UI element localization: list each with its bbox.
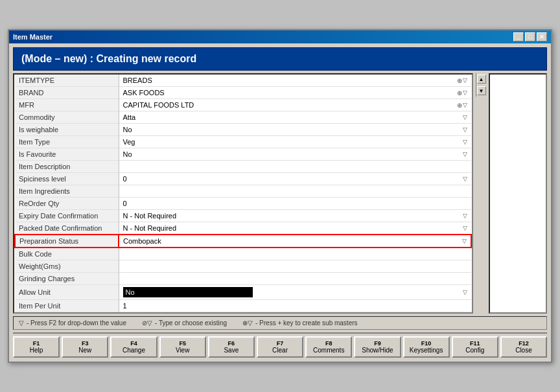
dropdown-arrow[interactable]: ▽ <box>463 225 467 231</box>
field-label: Allow Unit <box>15 285 119 300</box>
table-row: Bulk Code <box>15 248 471 260</box>
legend-item-2: ⊘▽ - Type or choose existing <box>142 319 227 327</box>
fn-key-f8[interactable]: F8Comments <box>305 336 352 358</box>
fn-key-f7[interactable]: F7Clear <box>257 336 303 358</box>
window-title: Item Master <box>13 33 513 41</box>
fn-key-f3[interactable]: F3New <box>62 336 108 358</box>
field-text: 1 <box>123 302 127 310</box>
fn-key-f6[interactable]: F6Save <box>208 336 255 358</box>
legend-symbol-2: ⊘▽ <box>142 319 152 327</box>
fn-key-f9[interactable]: F9Show/Hide <box>354 336 401 358</box>
field-label: BRAND <box>15 87 119 99</box>
field-value[interactable]: BREADS⊕▽ <box>119 75 471 87</box>
form-table: ITEMTYPEBREADS⊕▽BRANDASK FOODS⊕▽MFRCAPIT… <box>14 75 472 312</box>
legend-bar: ▽ - Press F2 for drop-down the value ⊘▽ … <box>13 316 547 330</box>
field-label: Commodity <box>15 111 119 124</box>
table-row: MFRCAPITAL FOODS LTD⊕▽ <box>15 99 471 111</box>
field-value[interactable]: No▽ <box>119 124 471 136</box>
field-value[interactable]: 0▽ <box>119 173 471 185</box>
legend-desc-2: - Type or choose existing <box>155 319 227 327</box>
field-text: BREADS <box>123 76 152 84</box>
dropdown-arrow[interactable]: ▽ <box>463 126 467 133</box>
allow-unit-display: No <box>123 287 253 297</box>
field-text: ASK FOODS <box>123 89 165 97</box>
dropdown-arrow[interactable]: ▽ <box>463 176 467 182</box>
field-value[interactable]: CAPITAL FOODS LTD⊕▽ <box>119 99 471 111</box>
field-value[interactable]: N - Not Required▽ <box>119 210 471 222</box>
field-label: Item Description <box>15 161 119 173</box>
form-container[interactable]: ITEMTYPEBREADS⊕▽BRANDASK FOODS⊕▽MFRCAPIT… <box>13 73 473 314</box>
field-label: Preparation Status <box>15 235 119 248</box>
maximize-button[interactable]: □ <box>525 32 535 41</box>
field-label: Expiry Date Confirmation <box>15 210 119 222</box>
field-text: Combopack <box>123 237 161 245</box>
field-label: Grinding Charges <box>15 273 119 285</box>
minimize-button[interactable]: _ <box>513 32 524 41</box>
scroll-down-button[interactable]: ▼ <box>477 86 486 95</box>
table-row: Is FavouriteNo▽ <box>15 148 471 161</box>
dropdown-arrow[interactable]: ▽ <box>463 151 467 157</box>
field-value[interactable] <box>119 260 471 273</box>
table-row: ITEMTYPEBREADS⊕▽ <box>15 75 471 87</box>
image-panel <box>489 73 547 314</box>
close-button[interactable]: ✕ <box>537 32 547 41</box>
fn-key-f5[interactable]: F5View <box>159 336 206 358</box>
fn-key-f10[interactable]: F10Keysettings <box>403 336 450 358</box>
field-label: Weight(Gms) <box>15 260 119 273</box>
scroll-up-button[interactable]: ▲ <box>477 75 486 84</box>
field-value[interactable] <box>119 248 471 260</box>
field-label: Item Ingredients <box>15 185 119 198</box>
window-controls: _ □ ✕ <box>513 32 547 41</box>
main-area: ITEMTYPEBREADS⊕▽BRANDASK FOODS⊕▽MFRCAPIT… <box>13 73 547 314</box>
fn-key-f1[interactable]: F1Help <box>13 336 60 358</box>
table-row: Allow UnitNo▽ <box>15 285 471 300</box>
fn-key-f11[interactable]: F11Config <box>452 336 498 358</box>
field-label: Spiciness level <box>15 173 119 185</box>
field-value[interactable]: 1 <box>119 300 471 312</box>
field-value[interactable]: Veg▽ <box>119 136 471 148</box>
field-value[interactable]: ASK FOODS⊕▽ <box>119 87 471 99</box>
dropdown-arrow[interactable]: ▽ <box>463 213 467 219</box>
legend-item-3: ⊕▽ - Press + key to create sub masters <box>242 319 358 327</box>
table-row: Item Ingredients <box>15 185 471 198</box>
scrollbar[interactable]: ▲ ▼ <box>476 73 486 97</box>
field-label: ReOrder Qty <box>15 198 119 210</box>
field-value[interactable]: No▽ <box>119 148 471 161</box>
dropdown-arrow[interactable]: ▽ <box>463 114 467 121</box>
table-row: Weight(Gms) <box>15 260 471 273</box>
table-row: Grinding Charges <box>15 273 471 285</box>
table-row: Item Per Unit1 <box>15 300 471 312</box>
table-row: CommodityAtta▽ <box>15 111 471 124</box>
legend-desc-1: - Press F2 for drop-down the value <box>27 319 126 327</box>
field-label: MFR <box>15 99 119 111</box>
field-label: ITEMTYPE <box>15 75 119 87</box>
field-value[interactable]: Atta▽ <box>119 111 471 124</box>
dropdown-arrow[interactable]: ▽ <box>462 238 467 244</box>
dropdown-arrow[interactable]: ▽ <box>463 139 467 145</box>
field-value[interactable] <box>119 273 471 285</box>
field-label: Item Type <box>15 136 119 148</box>
fn-key-f4[interactable]: F4Change <box>110 336 157 358</box>
field-label: Is Favourite <box>15 148 119 161</box>
table-row: Spiciness level0▽ <box>15 173 471 185</box>
field-value[interactable]: Combopack▽ <box>119 235 471 248</box>
field-value[interactable] <box>119 185 471 198</box>
field-label: Bulk Code <box>15 248 119 260</box>
fn-key-f12[interactable]: F12Close <box>500 336 547 358</box>
field-value[interactable]: No▽ <box>119 285 471 300</box>
table-row: Packed Date ConfirmationN - Not Required… <box>15 222 471 235</box>
field-value[interactable]: N - Not Required▽ <box>119 222 471 235</box>
field-text: No <box>123 150 132 158</box>
legend-symbol-3: ⊕▽ <box>242 319 253 327</box>
legend-desc-3: - Press + key to create sub masters <box>255 319 358 327</box>
title-bar: Item Master _ □ ✕ <box>9 30 551 43</box>
field-value[interactable]: 0 <box>119 198 471 210</box>
table-row: Item Description <box>15 161 471 173</box>
dropdown-arrow[interactable]: ▽ <box>463 289 467 295</box>
dropdown-arrow[interactable]: ⊕▽ <box>457 89 467 97</box>
dropdown-arrow[interactable]: ⊕▽ <box>457 102 467 109</box>
dropdown-arrow[interactable]: ⊕▽ <box>457 77 467 84</box>
table-row: Expiry Date ConfirmationN - Not Required… <box>15 210 471 222</box>
field-value[interactable] <box>119 161 471 173</box>
table-row: Is weighableNo▽ <box>15 124 471 136</box>
